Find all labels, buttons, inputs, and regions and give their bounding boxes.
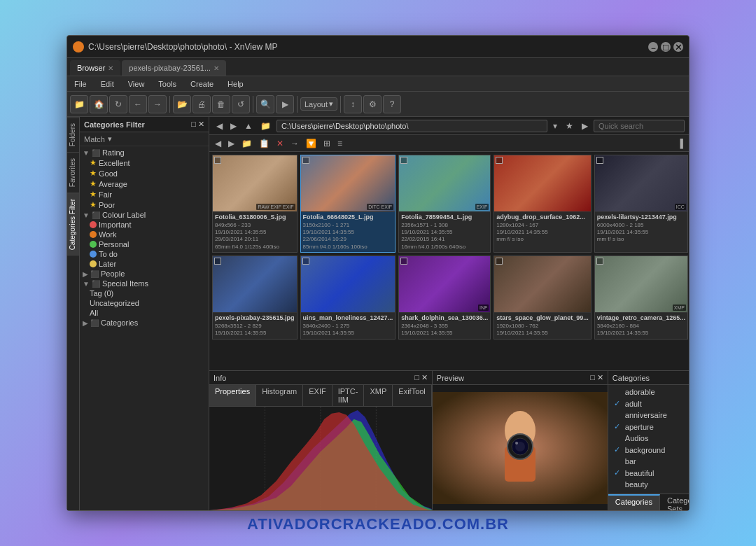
info-tab-exif[interactable]: EXIF (303, 385, 332, 406)
action-move[interactable]: → (288, 138, 302, 149)
nav-folder[interactable]: 📁 (258, 120, 274, 132)
thumb-item-8[interactable]: stars_space_glow_planet_99... 1920x1080 … (493, 255, 592, 339)
thumb-check-1[interactable] (302, 157, 309, 164)
address-go[interactable]: ▶ (579, 120, 591, 132)
tree-later[interactable]: Later (80, 259, 209, 269)
tree-important[interactable]: Important (80, 220, 209, 230)
thumb-item-2[interactable]: EXIF Fotolia_78599454_L.jpg 2356x1571 - … (398, 155, 491, 253)
thumb-check-7[interactable] (400, 258, 407, 265)
nav-up[interactable]: ▲ (241, 120, 255, 132)
tree-tag[interactable]: Tag (0) (80, 288, 209, 298)
tree-special[interactable]: ▼ ⬛ Special Items (80, 279, 209, 288)
thumb-check-2[interactable] (400, 157, 407, 164)
tb-back-btn[interactable]: ← (129, 95, 147, 113)
nav-back[interactable]: ◀ (214, 120, 225, 132)
tree-categories[interactable]: ▶ ⬛ Categories (80, 318, 209, 328)
thumb-check-9[interactable] (596, 258, 603, 265)
tab-image-close[interactable]: ✕ (214, 64, 219, 72)
action-view-list[interactable]: ≡ (335, 138, 345, 149)
cat-audios[interactable]: Audios (608, 433, 689, 444)
tb-sort-btn[interactable]: ↕ (344, 95, 362, 113)
thumb-item-0[interactable]: RAW EXIF EXIF Fotolia_63180006_S.jpg 849… (212, 155, 298, 253)
tb-forward-btn[interactable]: → (148, 95, 167, 113)
thumb-check-5[interactable] (214, 258, 221, 265)
tab-browser-close[interactable]: ✕ (108, 64, 113, 72)
tb-delete-btn[interactable]: 🗑 (212, 95, 230, 113)
thumb-check-6[interactable] (302, 258, 309, 265)
tree-fair[interactable]: ★ Fair (80, 189, 209, 200)
thumb-item-1[interactable]: DITC EXIF Fotolia_66648025_L.jpg 3150x21… (300, 155, 396, 253)
thumb-check-0[interactable] (214, 157, 221, 164)
tb-slideshow-btn[interactable]: ▶ (276, 95, 294, 113)
tb-help-btn[interactable]: ? (383, 95, 401, 113)
tree-good[interactable]: ★ Good (80, 168, 209, 178)
info-tab-iptc[interactable]: IPTC-IIM (332, 385, 365, 406)
thumb-item-7[interactable]: INF shark_dolphin_sea_130036... 2364x204… (398, 255, 491, 339)
tb-print-btn[interactable]: 🖨 (192, 95, 211, 113)
menu-create[interactable]: Create (188, 79, 216, 89)
tree-people[interactable]: ▶ ⬛ People (80, 269, 209, 279)
tree-personal[interactable]: Personal (80, 239, 209, 249)
menu-file[interactable]: File (71, 79, 90, 89)
thumb-check-4[interactable] (596, 157, 603, 164)
action-back[interactable]: ◀ (212, 138, 224, 149)
side-tab-favorites[interactable]: Favorites (67, 152, 79, 192)
tb-filter-btn[interactable]: 🔍 (256, 95, 274, 113)
tree-uncategorized[interactable]: Uncategorized (80, 298, 209, 308)
cat-adorable[interactable]: adorable (608, 386, 689, 398)
thumb-item-6[interactable]: uins_man_loneliness_12427... 3840x2400 -… (300, 255, 396, 339)
tree-rating[interactable]: ▼ ⬛ Rating (80, 148, 209, 158)
layout-selector[interactable]: Layout ▾ (300, 97, 337, 111)
cat-beauty[interactable]: beauty (608, 479, 689, 490)
menu-view[interactable]: View (125, 79, 148, 89)
action-view-grid[interactable]: ⊞ (321, 138, 333, 149)
menu-tools[interactable]: Tools (155, 79, 179, 89)
tree-colour[interactable]: ▼ ⬛ Colour Label (80, 210, 209, 220)
info-tab-properties[interactable]: Properties (209, 385, 256, 406)
thumb-item-5[interactable]: pexels-pixabay-235615.jpg 5268x3512 - 2 … (212, 255, 298, 339)
cat-anniversaire[interactable]: anniversaire (608, 410, 689, 421)
info-tab-xmp[interactable]: XMP (364, 385, 393, 406)
side-tab-categories[interactable]: Categories Filter (67, 192, 79, 255)
thumb-check-3[interactable] (496, 157, 503, 164)
cat-adult[interactable]: adult (608, 398, 689, 410)
address-input[interactable] (276, 120, 547, 132)
menu-edit[interactable]: Edit (98, 79, 117, 89)
minimize-button[interactable]: － (648, 42, 658, 52)
search-input[interactable] (594, 120, 685, 132)
menu-help[interactable]: Help (225, 79, 246, 89)
thumb-item-3[interactable]: adybug_drop_surface_1062... 1280x1024 - … (493, 155, 592, 253)
nav-forward[interactable]: ▶ (227, 120, 239, 132)
cat-bar[interactable]: bar (608, 456, 689, 467)
bookmark-btn[interactable]: ★ (563, 120, 576, 132)
tree-average[interactable]: ★ Average (80, 178, 209, 189)
close-button[interactable]: ✕ (673, 42, 683, 52)
action-sidebar-toggle[interactable]: ▐ (674, 138, 686, 149)
tb-rotate-btn[interactable]: ↺ (232, 95, 250, 113)
tree-poor[interactable]: ★ Poor (80, 200, 209, 210)
action-forward[interactable]: ▶ (225, 138, 237, 149)
action-copy[interactable]: 📋 (256, 138, 272, 149)
tree-all[interactable]: All (80, 308, 209, 318)
info-tab-histogram[interactable]: Histogram (256, 385, 303, 406)
thumb-check-8[interactable] (496, 258, 503, 265)
address-dropdown[interactable]: ▾ (550, 120, 560, 132)
thumb-item-4[interactable]: ICC pexels-lilartsy-1213447.jpg 6000x400… (594, 155, 688, 253)
info-tab-exiftool[interactable]: ExifTool (393, 385, 432, 406)
cat-beautiful[interactable]: beautiful (608, 467, 689, 479)
tb-settings-btn[interactable]: ⚙ (363, 95, 382, 113)
tree-work[interactable]: Work (80, 230, 209, 239)
cat-aperture[interactable]: aperture (608, 421, 689, 433)
tb-refresh-btn[interactable]: ↻ (109, 95, 127, 113)
side-tab-folders[interactable]: Folders (67, 117, 79, 152)
tab-browser[interactable]: Browser ✕ (70, 60, 120, 76)
tab-image[interactable]: pexels-pixabay-23561... ✕ (122, 60, 226, 76)
thumb-item-9[interactable]: XMP vintage_retro_camera_1265... 3840x21… (594, 255, 688, 339)
cat-tab-sets[interactable]: Category Sets (660, 494, 689, 510)
tb-open-btn[interactable]: 📂 (173, 95, 191, 113)
match-dropdown[interactable]: ▾ (108, 134, 112, 144)
tb-home-btn[interactable]: 🏠 (90, 95, 108, 113)
cat-background[interactable]: background (608, 444, 689, 456)
action-delete-red[interactable]: ✕ (274, 138, 286, 149)
action-filter[interactable]: 🔽 (303, 138, 319, 149)
